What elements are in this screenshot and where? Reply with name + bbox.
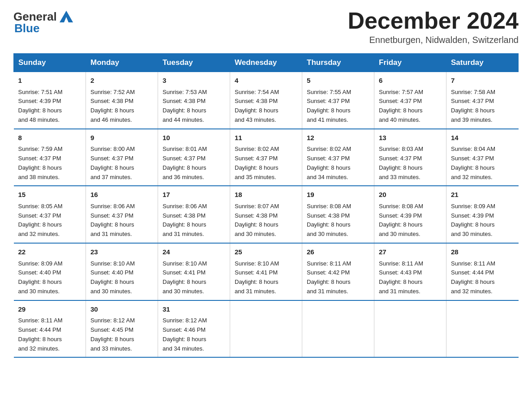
- table-row: 26 Sunrise: 8:11 AMSunset: 4:42 PMDaylig…: [302, 243, 374, 300]
- calendar-week-row: 15 Sunrise: 8:05 AMSunset: 4:37 PMDaylig…: [14, 186, 519, 243]
- table-row: 31 Sunrise: 8:12 AMSunset: 4:46 PMDaylig…: [158, 300, 230, 358]
- table-row: 5 Sunrise: 7:55 AMSunset: 4:37 PMDayligh…: [302, 72, 374, 129]
- day-number: 16: [90, 190, 153, 200]
- col-thursday: Thursday: [302, 54, 374, 72]
- day-info: Sunrise: 8:10 AMSunset: 4:41 PMDaylight:…: [163, 260, 207, 295]
- day-info: Sunrise: 8:10 AMSunset: 4:41 PMDaylight:…: [235, 260, 279, 295]
- page-header: General Blue December 2024 Ennetburgen, …: [13, 9, 519, 45]
- day-number: 31: [163, 304, 225, 315]
- day-number: 27: [379, 247, 442, 257]
- table-row: 23 Sunrise: 8:10 AMSunset: 4:40 PMDaylig…: [86, 243, 158, 300]
- table-row: 6 Sunrise: 7:57 AMSunset: 4:37 PMDayligh…: [374, 72, 446, 129]
- day-number: 20: [379, 190, 442, 200]
- table-row: 18 Sunrise: 8:07 AMSunset: 4:38 PMDaylig…: [230, 186, 302, 243]
- day-info: Sunrise: 8:11 AMSunset: 4:43 PMDaylight:…: [379, 260, 423, 295]
- day-number: 3: [163, 76, 225, 86]
- day-number: 4: [235, 76, 297, 86]
- day-number: 8: [18, 133, 82, 143]
- table-row: [446, 300, 519, 358]
- table-row: 17 Sunrise: 8:06 AMSunset: 4:38 PMDaylig…: [158, 186, 230, 243]
- table-row: 14 Sunrise: 8:04 AMSunset: 4:37 PMDaylig…: [446, 129, 519, 186]
- day-info: Sunrise: 8:08 AMSunset: 4:39 PMDaylight:…: [379, 203, 423, 237]
- day-number: 21: [451, 190, 514, 200]
- day-number: 30: [90, 304, 153, 315]
- location: Ennetburgen, Nidwalden, Switzerland: [348, 35, 519, 45]
- table-row: 7 Sunrise: 7:58 AMSunset: 4:37 PMDayligh…: [446, 72, 519, 129]
- table-row: 2 Sunrise: 7:52 AMSunset: 4:38 PMDayligh…: [86, 72, 158, 129]
- day-number: 25: [235, 247, 297, 257]
- day-number: 6: [379, 76, 442, 86]
- day-info: Sunrise: 8:02 AMSunset: 4:37 PMDaylight:…: [235, 146, 279, 180]
- table-row: [230, 300, 302, 358]
- col-friday: Friday: [374, 54, 446, 72]
- table-row: 25 Sunrise: 8:10 AMSunset: 4:41 PMDaylig…: [230, 243, 302, 300]
- day-info: Sunrise: 8:02 AMSunset: 4:37 PMDaylight:…: [307, 146, 351, 180]
- logo-text-blue: Blue: [14, 21, 39, 35]
- table-row: 9 Sunrise: 8:00 AMSunset: 4:37 PMDayligh…: [86, 129, 158, 186]
- col-sunday: Sunday: [14, 54, 86, 72]
- table-row: 22 Sunrise: 8:09 AMSunset: 4:40 PMDaylig…: [14, 243, 86, 300]
- day-number: 9: [90, 133, 153, 143]
- day-info: Sunrise: 8:10 AMSunset: 4:40 PMDaylight:…: [90, 260, 135, 295]
- day-number: 18: [235, 190, 297, 200]
- day-info: Sunrise: 7:58 AMSunset: 4:37 PMDaylight:…: [451, 89, 495, 123]
- day-number: 29: [18, 304, 82, 315]
- table-row: 28 Sunrise: 8:11 AMSunset: 4:44 PMDaylig…: [446, 243, 519, 300]
- table-row: [302, 300, 374, 358]
- day-number: 10: [163, 133, 225, 143]
- table-row: 13 Sunrise: 8:03 AMSunset: 4:37 PMDaylig…: [374, 129, 446, 186]
- table-row: 8 Sunrise: 7:59 AMSunset: 4:37 PMDayligh…: [14, 129, 86, 186]
- day-number: 22: [18, 247, 82, 257]
- table-row: 12 Sunrise: 8:02 AMSunset: 4:37 PMDaylig…: [302, 129, 374, 186]
- day-number: 19: [307, 190, 369, 200]
- day-info: Sunrise: 8:09 AMSunset: 4:39 PMDaylight:…: [451, 203, 495, 237]
- day-number: 2: [90, 76, 153, 86]
- title-section: December 2024 Ennetburgen, Nidwalden, Sw…: [348, 9, 519, 45]
- day-info: Sunrise: 8:03 AMSunset: 4:37 PMDaylight:…: [379, 146, 423, 180]
- day-info: Sunrise: 8:01 AMSunset: 4:37 PMDaylight:…: [163, 146, 207, 180]
- day-number: 28: [451, 247, 514, 257]
- calendar-week-row: 1 Sunrise: 7:51 AMSunset: 4:39 PMDayligh…: [14, 72, 519, 129]
- logo: General Blue: [13, 9, 75, 35]
- table-row: 19 Sunrise: 8:08 AMSunset: 4:38 PMDaylig…: [302, 186, 374, 243]
- day-info: Sunrise: 8:00 AMSunset: 4:37 PMDaylight:…: [90, 146, 135, 180]
- month-title: December 2024: [348, 9, 519, 32]
- day-info: Sunrise: 7:53 AMSunset: 4:38 PMDaylight:…: [163, 89, 207, 123]
- table-row: 15 Sunrise: 8:05 AMSunset: 4:37 PMDaylig…: [14, 186, 86, 243]
- calendar-header-row: Sunday Monday Tuesday Wednesday Thursday…: [14, 54, 519, 72]
- day-info: Sunrise: 8:08 AMSunset: 4:38 PMDaylight:…: [307, 203, 351, 237]
- table-row: 20 Sunrise: 8:08 AMSunset: 4:39 PMDaylig…: [374, 186, 446, 243]
- col-tuesday: Tuesday: [158, 54, 230, 72]
- day-info: Sunrise: 8:12 AMSunset: 4:45 PMDaylight:…: [90, 317, 135, 351]
- day-number: 5: [307, 76, 369, 86]
- day-info: Sunrise: 8:11 AMSunset: 4:44 PMDaylight:…: [451, 260, 495, 295]
- day-number: 11: [235, 133, 297, 143]
- day-number: 14: [451, 133, 514, 143]
- table-row: 29 Sunrise: 8:11 AMSunset: 4:44 PMDaylig…: [14, 300, 86, 358]
- table-row: 11 Sunrise: 8:02 AMSunset: 4:37 PMDaylig…: [230, 129, 302, 186]
- day-number: 15: [18, 190, 82, 200]
- table-row: 30 Sunrise: 8:12 AMSunset: 4:45 PMDaylig…: [86, 300, 158, 358]
- table-row: 10 Sunrise: 8:01 AMSunset: 4:37 PMDaylig…: [158, 129, 230, 186]
- day-info: Sunrise: 8:11 AMSunset: 4:42 PMDaylight:…: [307, 260, 351, 295]
- day-info: Sunrise: 7:59 AMSunset: 4:37 PMDaylight:…: [18, 146, 63, 180]
- day-number: 23: [90, 247, 153, 257]
- day-info: Sunrise: 8:09 AMSunset: 4:40 PMDaylight:…: [18, 260, 63, 295]
- day-number: 17: [163, 190, 225, 200]
- day-info: Sunrise: 7:52 AMSunset: 4:38 PMDaylight:…: [90, 89, 135, 123]
- day-number: 1: [18, 76, 82, 86]
- day-info: Sunrise: 7:51 AMSunset: 4:39 PMDaylight:…: [18, 89, 63, 123]
- day-info: Sunrise: 8:05 AMSunset: 4:37 PMDaylight:…: [18, 203, 63, 237]
- day-info: Sunrise: 7:57 AMSunset: 4:37 PMDaylight:…: [379, 89, 423, 123]
- calendar-week-row: 8 Sunrise: 7:59 AMSunset: 4:37 PMDayligh…: [14, 129, 519, 186]
- col-monday: Monday: [86, 54, 158, 72]
- logo-icon: [58, 7, 75, 24]
- day-info: Sunrise: 8:07 AMSunset: 4:38 PMDaylight:…: [235, 203, 279, 237]
- table-row: [374, 300, 446, 358]
- day-info: Sunrise: 7:55 AMSunset: 4:37 PMDaylight:…: [307, 89, 351, 123]
- day-info: Sunrise: 7:54 AMSunset: 4:38 PMDaylight:…: [235, 89, 279, 123]
- day-number: 26: [307, 247, 369, 257]
- day-info: Sunrise: 8:06 AMSunset: 4:37 PMDaylight:…: [90, 203, 135, 237]
- day-info: Sunrise: 8:11 AMSunset: 4:44 PMDaylight:…: [18, 317, 63, 351]
- table-row: 21 Sunrise: 8:09 AMSunset: 4:39 PMDaylig…: [446, 186, 519, 243]
